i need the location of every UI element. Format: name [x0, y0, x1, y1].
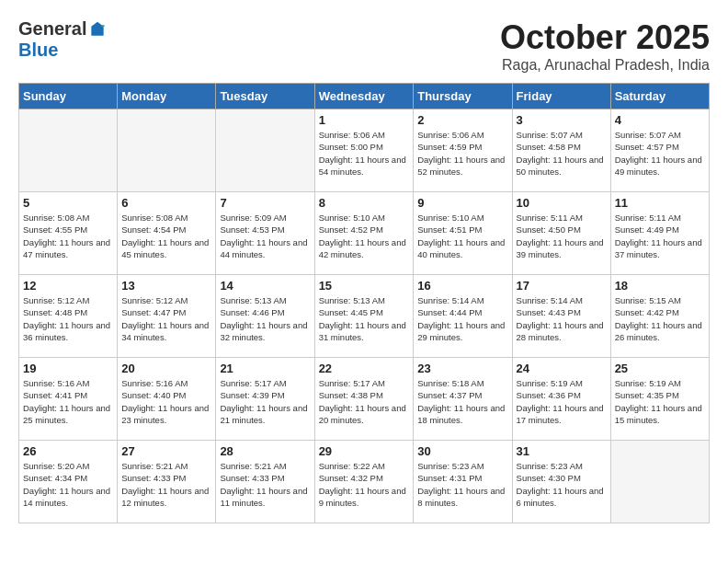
day-info: Sunrise: 5:13 AMSunset: 4:46 PMDaylight:… [220, 294, 310, 343]
day-number: 15 [319, 279, 410, 293]
day-number: 9 [417, 196, 507, 210]
calendar-cell: 19Sunrise: 5:16 AMSunset: 4:41 PMDayligh… [19, 358, 118, 441]
day-info: Sunrise: 5:12 AMSunset: 4:47 PMDaylight:… [121, 294, 211, 343]
calendar-cell: 17Sunrise: 5:14 AMSunset: 4:43 PMDayligh… [512, 275, 610, 358]
weekday-header: Thursday [414, 84, 512, 109]
calendar-cell: 6Sunrise: 5:08 AMSunset: 4:54 PMDaylight… [118, 192, 216, 275]
calendar-cell: 26Sunrise: 5:20 AMSunset: 4:34 PMDayligh… [19, 441, 118, 523]
day-info: Sunrise: 5:10 AMSunset: 4:51 PMDaylight:… [417, 212, 507, 260]
logo-general-text: General [18, 18, 86, 40]
calendar-cell: 7Sunrise: 5:09 AMSunset: 4:53 PMDaylight… [216, 192, 314, 275]
day-number: 4 [615, 113, 705, 127]
day-info: Sunrise: 5:13 AMSunset: 4:45 PMDaylight:… [319, 294, 410, 343]
day-info: Sunrise: 5:18 AMSunset: 4:37 PMDaylight:… [417, 377, 507, 426]
day-info: Sunrise: 5:11 AMSunset: 4:50 PMDaylight:… [517, 212, 607, 260]
calendar-cell: 15Sunrise: 5:13 AMSunset: 4:45 PMDayligh… [314, 275, 414, 358]
weekday-header: Tuesday [216, 84, 314, 109]
day-number: 28 [220, 444, 310, 458]
day-info: Sunrise: 5:11 AMSunset: 4:49 PMDaylight:… [615, 212, 705, 260]
weekday-header: Saturday [610, 84, 709, 109]
day-info: Sunrise: 5:12 AMSunset: 4:48 PMDaylight:… [23, 294, 113, 343]
day-info: Sunrise: 5:21 AMSunset: 4:33 PMDaylight:… [220, 460, 310, 509]
day-number: 19 [23, 362, 113, 375]
calendar-cell: 13Sunrise: 5:12 AMSunset: 4:47 PMDayligh… [118, 275, 216, 358]
day-number: 31 [517, 444, 607, 458]
day-info: Sunrise: 5:19 AMSunset: 4:36 PMDaylight:… [517, 377, 607, 426]
day-info: Sunrise: 5:16 AMSunset: 4:41 PMDaylight:… [23, 377, 113, 426]
day-number: 18 [615, 279, 705, 293]
weekday-header: Sunday [19, 84, 118, 109]
calendar-cell: 4Sunrise: 5:07 AMSunset: 4:57 PMDaylight… [610, 109, 709, 192]
day-number: 11 [615, 196, 705, 210]
calendar-week-row: 1Sunrise: 5:06 AMSunset: 5:00 PMDaylight… [19, 109, 710, 192]
logo: General Blue [18, 18, 107, 61]
page-header: General Blue October 2025 Raga, Arunacha… [18, 18, 710, 74]
calendar-cell: 18Sunrise: 5:15 AMSunset: 4:42 PMDayligh… [610, 275, 709, 358]
calendar-cell: 23Sunrise: 5:18 AMSunset: 4:37 PMDayligh… [414, 358, 512, 441]
day-info: Sunrise: 5:19 AMSunset: 4:35 PMDaylight:… [615, 377, 705, 426]
calendar-cell [19, 109, 118, 192]
day-info: Sunrise: 5:07 AMSunset: 4:57 PMDaylight:… [615, 129, 705, 178]
day-info: Sunrise: 5:06 AMSunset: 5:00 PMDaylight:… [319, 129, 410, 178]
location: Raga, Arunachal Pradesh, India [500, 57, 710, 74]
day-number: 16 [417, 279, 507, 293]
calendar-cell: 5Sunrise: 5:08 AMSunset: 4:55 PMDaylight… [19, 192, 118, 275]
day-number: 26 [23, 444, 113, 458]
day-number: 27 [121, 444, 211, 458]
day-number: 20 [121, 362, 211, 375]
calendar-cell: 10Sunrise: 5:11 AMSunset: 4:50 PMDayligh… [512, 192, 610, 275]
day-number: 6 [121, 196, 211, 210]
day-info: Sunrise: 5:09 AMSunset: 4:53 PMDaylight:… [220, 212, 310, 260]
calendar-cell: 30Sunrise: 5:23 AMSunset: 4:31 PMDayligh… [414, 441, 512, 523]
calendar-cell: 28Sunrise: 5:21 AMSunset: 4:33 PMDayligh… [216, 441, 314, 523]
calendar-cell: 25Sunrise: 5:19 AMSunset: 4:35 PMDayligh… [610, 358, 709, 441]
calendar-cell: 22Sunrise: 5:17 AMSunset: 4:38 PMDayligh… [314, 358, 414, 441]
title-block: October 2025 Raga, Arunachal Pradesh, In… [500, 18, 710, 74]
weekday-header: Wednesday [314, 84, 414, 109]
calendar-cell: 11Sunrise: 5:11 AMSunset: 4:49 PMDayligh… [610, 192, 709, 275]
day-info: Sunrise: 5:15 AMSunset: 4:42 PMDaylight:… [615, 294, 705, 343]
day-number: 7 [220, 196, 310, 210]
day-info: Sunrise: 5:22 AMSunset: 4:32 PMDaylight:… [319, 460, 410, 509]
day-number: 22 [319, 362, 410, 375]
day-number: 14 [220, 279, 310, 293]
day-info: Sunrise: 5:14 AMSunset: 4:44 PMDaylight:… [417, 294, 507, 343]
calendar-cell [118, 109, 216, 192]
day-number: 21 [220, 362, 310, 375]
day-info: Sunrise: 5:08 AMSunset: 4:54 PMDaylight:… [121, 212, 211, 260]
day-number: 3 [517, 113, 607, 127]
day-number: 25 [615, 362, 705, 375]
calendar-week-row: 26Sunrise: 5:20 AMSunset: 4:34 PMDayligh… [19, 441, 710, 523]
day-number: 5 [23, 196, 113, 210]
day-number: 13 [121, 279, 211, 293]
day-number: 10 [517, 196, 607, 210]
calendar-cell: 16Sunrise: 5:14 AMSunset: 4:44 PMDayligh… [414, 275, 512, 358]
day-number: 30 [417, 444, 507, 458]
weekday-header-row: SundayMondayTuesdayWednesdayThursdayFrid… [19, 84, 710, 109]
calendar-cell: 12Sunrise: 5:12 AMSunset: 4:48 PMDayligh… [19, 275, 118, 358]
calendar-week-row: 19Sunrise: 5:16 AMSunset: 4:41 PMDayligh… [19, 358, 710, 441]
calendar-week-row: 12Sunrise: 5:12 AMSunset: 4:48 PMDayligh… [19, 275, 710, 358]
day-number: 23 [417, 362, 507, 375]
day-info: Sunrise: 5:14 AMSunset: 4:43 PMDaylight:… [517, 294, 607, 343]
logo-blue-text: Blue [18, 40, 58, 61]
logo-icon [88, 20, 107, 39]
day-info: Sunrise: 5:21 AMSunset: 4:33 PMDaylight:… [121, 460, 211, 509]
calendar-cell: 2Sunrise: 5:06 AMSunset: 4:59 PMDaylight… [414, 109, 512, 192]
day-info: Sunrise: 5:23 AMSunset: 4:30 PMDaylight:… [517, 460, 607, 509]
calendar-table: SundayMondayTuesdayWednesdayThursdayFrid… [18, 83, 710, 523]
day-info: Sunrise: 5:16 AMSunset: 4:40 PMDaylight:… [121, 377, 211, 426]
day-number: 12 [23, 279, 113, 293]
weekday-header: Monday [118, 84, 216, 109]
day-info: Sunrise: 5:17 AMSunset: 4:38 PMDaylight:… [319, 377, 410, 426]
day-number: 17 [517, 279, 607, 293]
calendar-cell: 29Sunrise: 5:22 AMSunset: 4:32 PMDayligh… [314, 441, 414, 523]
day-info: Sunrise: 5:10 AMSunset: 4:52 PMDaylight:… [319, 212, 410, 260]
day-number: 1 [319, 113, 410, 127]
calendar-cell: 1Sunrise: 5:06 AMSunset: 5:00 PMDaylight… [314, 109, 414, 192]
weekday-header: Friday [512, 84, 610, 109]
calendar-cell: 9Sunrise: 5:10 AMSunset: 4:51 PMDaylight… [414, 192, 512, 275]
month-title: October 2025 [500, 18, 710, 57]
day-number: 24 [517, 362, 607, 375]
calendar-cell: 21Sunrise: 5:17 AMSunset: 4:39 PMDayligh… [216, 358, 314, 441]
